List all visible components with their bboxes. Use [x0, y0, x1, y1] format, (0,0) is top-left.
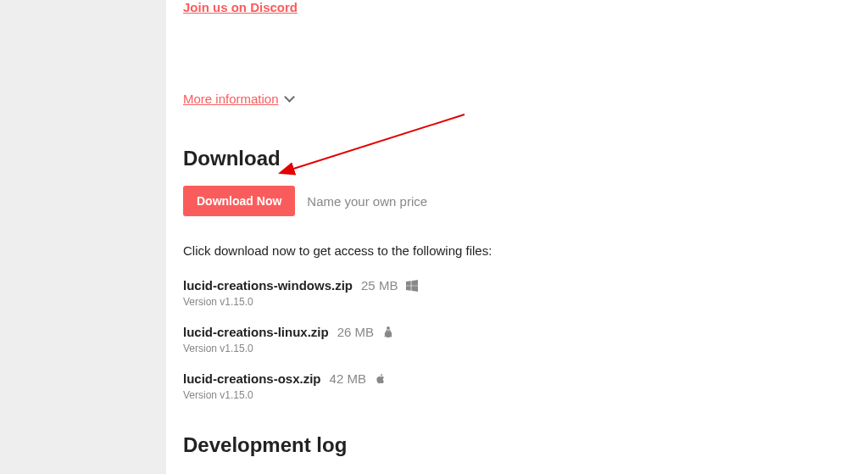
download-instruction: Click download now to get access to the …	[183, 243, 868, 258]
file-size: 25 MB	[361, 278, 398, 293]
price-text: Name your own price	[307, 194, 427, 209]
file-size: 26 MB	[337, 325, 374, 339]
download-now-button[interactable]: Download Now	[183, 186, 295, 216]
file-name[interactable]: lucid-creations-osx.zip	[183, 371, 321, 386]
discord-link[interactable]: Join us on Discord	[183, 0, 298, 14]
more-info-toggle[interactable]: More information	[183, 92, 868, 106]
file-name[interactable]: lucid-creations-windows.zip	[183, 278, 353, 293]
apple-icon	[375, 373, 387, 385]
download-heading: Download	[183, 147, 868, 170]
linux-icon	[382, 326, 394, 338]
file-item: lucid-creations-linux.zip 26 MB Version …	[183, 325, 868, 354]
file-item: lucid-creations-osx.zip 42 MB Version v1…	[183, 371, 868, 401]
file-name[interactable]: lucid-creations-linux.zip	[183, 325, 329, 339]
file-item: lucid-creations-windows.zip 25 MB Versio…	[183, 278, 868, 308]
windows-icon	[406, 280, 418, 292]
more-info-label: More information	[183, 92, 279, 106]
file-version: Version v1.15.0	[183, 296, 868, 308]
devlog-heading: Development log	[183, 433, 868, 457]
chevron-down-icon	[286, 95, 294, 103]
file-version: Version v1.15.0	[183, 343, 868, 354]
file-size: 42 MB	[330, 371, 366, 386]
file-version: Version v1.15.0	[183, 389, 868, 401]
